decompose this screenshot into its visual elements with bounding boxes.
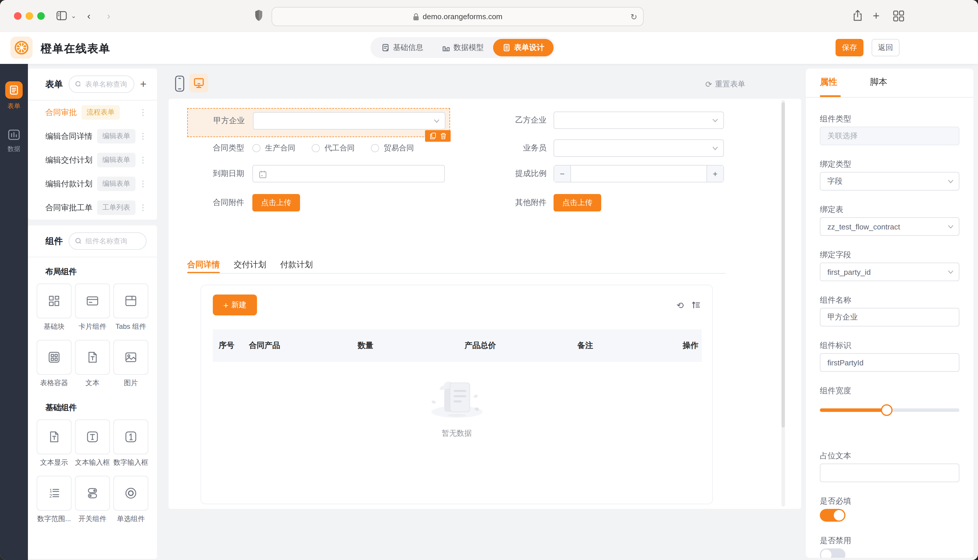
empty-state: 暂无数据 bbox=[201, 367, 712, 438]
component-search[interactable] bbox=[69, 232, 147, 250]
due-date-input[interactable] bbox=[252, 165, 445, 182]
refresh-table-icon[interactable]: ⟲ bbox=[677, 300, 684, 311]
kebab-menu-icon[interactable]: ⋮ bbox=[139, 155, 148, 164]
component-text-display[interactable]: 文本显示 bbox=[37, 419, 72, 468]
placeholder-text-input[interactable] bbox=[820, 463, 960, 482]
tab-basic-info[interactable]: 基础信息 bbox=[372, 39, 433, 57]
reload-icon[interactable]: ↻ bbox=[630, 12, 637, 21]
prop-label: 是否必填 bbox=[820, 496, 960, 505]
prop-label: 绑定字段 bbox=[820, 250, 960, 259]
bind-type-select[interactable]: 字段 bbox=[820, 172, 960, 190]
rail-item-forms[interactable]: 表单 bbox=[0, 81, 28, 110]
group-title-basic: 基础组件 bbox=[28, 388, 157, 419]
first-party-select[interactable] bbox=[253, 112, 445, 130]
close-window-button[interactable] bbox=[14, 12, 22, 20]
add-form-button[interactable]: + bbox=[140, 78, 147, 91]
tab-contract-detail[interactable]: 合同详情 bbox=[187, 260, 228, 270]
tab-overview-icon[interactable] bbox=[892, 9, 905, 24]
decrement-button[interactable]: − bbox=[554, 165, 571, 182]
kebab-menu-icon[interactable]: ⋮ bbox=[139, 179, 148, 188]
copy-icon[interactable] bbox=[430, 132, 436, 139]
component-basic-block[interactable]: 基础块 bbox=[37, 283, 72, 332]
field-label: 合同附件 bbox=[187, 194, 244, 212]
bind-table-select[interactable]: zz_test_flow_contract bbox=[820, 217, 960, 236]
reset-form-button[interactable]: ⟳ 重置表单 bbox=[705, 79, 745, 90]
sidebar-toggle-icon[interactable] bbox=[55, 9, 68, 24]
back-button[interactable]: 返回 bbox=[872, 39, 899, 57]
chevron-down-icon bbox=[948, 180, 954, 183]
kebab-menu-icon[interactable]: ⋮ bbox=[139, 203, 148, 212]
contract-upload-button[interactable]: 点击上传 bbox=[252, 194, 300, 212]
form-list-item[interactable]: 合同审批流程表单 ⋮ bbox=[28, 100, 157, 124]
browser-toolbar: ⌄ ‹ › demo.orangeforms.com ↻ + bbox=[0, 0, 978, 33]
rail-item-data[interactable]: 数据 bbox=[0, 128, 28, 153]
selected-field-first-party[interactable]: 甲方企业 bbox=[187, 108, 450, 137]
trash-icon[interactable] bbox=[440, 132, 446, 139]
share-icon[interactable] bbox=[852, 9, 863, 25]
bind-field-select[interactable]: first_party_id bbox=[820, 263, 960, 281]
col-header: 数量 bbox=[358, 340, 465, 351]
radio-oem-contract[interactable]: 代工合同 bbox=[312, 143, 355, 153]
address-bar[interactable]: demo.orangeforms.com ↻ bbox=[271, 7, 644, 26]
component-number-input[interactable]: 数字输入框 bbox=[114, 419, 148, 468]
kebab-menu-icon[interactable]: ⋮ bbox=[139, 107, 148, 117]
page-title: 橙单在线表单 bbox=[41, 41, 110, 57]
form-list-item[interactable]: 编辑付款计划编辑表单 ⋮ bbox=[28, 172, 157, 196]
component-number-range[interactable]: 12 数字范围... bbox=[37, 476, 72, 524]
radio-production-contract[interactable]: 生产合同 bbox=[252, 143, 295, 153]
forms-panel-title: 表单 bbox=[45, 79, 63, 90]
component-radio[interactable]: 单选组件 bbox=[114, 476, 148, 524]
chevron-down-icon[interactable]: ⌄ bbox=[71, 13, 76, 19]
forward-icon[interactable]: › bbox=[107, 11, 110, 21]
create-row-button[interactable]: + 新建 bbox=[213, 295, 257, 315]
tab-data-model[interactable]: 数据模型 bbox=[433, 39, 493, 57]
radio-trade-contract[interactable]: 贸易合同 bbox=[371, 143, 414, 153]
tab-properties[interactable]: 属性 bbox=[820, 77, 837, 97]
desktop-preview-toggle[interactable] bbox=[189, 74, 208, 92]
required-toggle[interactable] bbox=[820, 509, 846, 522]
privacy-shield-icon[interactable] bbox=[254, 9, 264, 25]
salesman-select[interactable] bbox=[553, 139, 724, 157]
component-width-slider[interactable] bbox=[820, 398, 960, 422]
lock-icon bbox=[413, 12, 419, 21]
slider-thumb[interactable] bbox=[881, 404, 893, 416]
minimize-window-button[interactable] bbox=[25, 12, 33, 20]
component-name-input[interactable]: 甲方企业 bbox=[820, 308, 960, 327]
component-table-container[interactable]: 表格容器 bbox=[37, 340, 72, 388]
chevron-down-icon bbox=[948, 270, 954, 274]
increment-button[interactable]: + bbox=[707, 165, 723, 182]
commission-number-input[interactable]: − + bbox=[553, 165, 724, 182]
contract-type-radios: 生产合同 代工合同 贸易合同 bbox=[252, 139, 414, 157]
component-key-input[interactable]: firstPartyId bbox=[820, 353, 960, 372]
component-tabs[interactable]: Tabs 组件 bbox=[114, 283, 148, 332]
other-upload-button[interactable]: 点击上传 bbox=[553, 194, 601, 212]
component-search-input[interactable] bbox=[84, 237, 140, 246]
component-text[interactable]: 文本 bbox=[75, 340, 110, 388]
zoom-window-button[interactable] bbox=[37, 12, 45, 20]
form-search[interactable] bbox=[69, 75, 134, 93]
save-button[interactable]: 保存 bbox=[836, 39, 863, 57]
back-icon[interactable]: ‹ bbox=[87, 11, 90, 21]
component-switch[interactable]: 开关组件 bbox=[75, 476, 110, 524]
tab-delivery-plan[interactable]: 交付计划 bbox=[234, 260, 274, 270]
form-list-item[interactable]: 编辑合同详情编辑表单 ⋮ bbox=[28, 124, 157, 148]
kebab-menu-icon[interactable]: ⋮ bbox=[139, 131, 148, 141]
canvas-scrollbar[interactable] bbox=[781, 100, 785, 507]
component-card[interactable]: 卡片组件 bbox=[75, 283, 110, 332]
card-component-icon bbox=[85, 293, 100, 308]
radio-icon bbox=[312, 144, 320, 152]
component-image[interactable]: 图片 bbox=[114, 340, 148, 388]
mobile-preview-icon[interactable] bbox=[174, 75, 186, 95]
tab-script[interactable]: 脚本 bbox=[870, 77, 887, 97]
tab-payment-plan[interactable]: 付款计划 bbox=[280, 260, 321, 270]
empty-text: 暂无数据 bbox=[441, 428, 472, 438]
disabled-toggle[interactable] bbox=[820, 548, 846, 558]
form-list-item[interactable]: 编辑交付计划编辑表单 ⋮ bbox=[28, 148, 157, 172]
new-tab-icon[interactable]: + bbox=[873, 10, 879, 22]
form-list-item[interactable]: 合同审批工单工单列表 ⋮ bbox=[28, 196, 157, 220]
form-search-input[interactable] bbox=[84, 80, 128, 89]
second-party-select[interactable] bbox=[553, 112, 724, 129]
column-order-icon[interactable] bbox=[691, 300, 700, 310]
tab-form-design[interactable]: 表单设计 bbox=[493, 39, 553, 57]
component-text-input[interactable]: 文本输入框 bbox=[75, 419, 110, 468]
